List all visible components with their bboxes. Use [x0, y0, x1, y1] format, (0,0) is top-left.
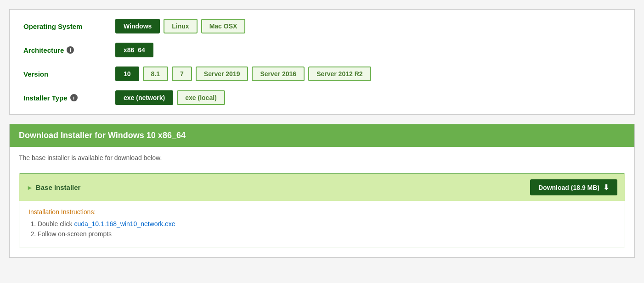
installation-steps: Double click cuda_10.1.168_win10_network…: [38, 220, 616, 238]
download-button[interactable]: Download (18.9 MB) ⬇: [530, 179, 617, 195]
version-btn-server2019[interactable]: Server 2019: [196, 67, 249, 81]
architecture-label: Architecture i: [23, 46, 115, 54]
download-section: Download Installer for Windows 10 x86_64…: [9, 124, 635, 258]
step-2: Follow on-screen prompts: [38, 230, 616, 238]
installer-box: ► Base Installer Download (18.9 MB) ⬇ In…: [19, 173, 625, 248]
download-header: Download Installer for Windows 10 x86_64: [10, 124, 634, 147]
version-btn-server2012r2[interactable]: Server 2012 R2: [308, 67, 371, 81]
top-panel: Operating System Windows Linux Mac OSX A…: [9, 9, 635, 115]
download-subtitle: The base installer is available for down…: [10, 147, 634, 169]
version-btn-10[interactable]: 10: [115, 67, 139, 81]
installer-header: ► Base Installer Download (18.9 MB) ⬇: [19, 174, 625, 201]
version-btn-server2016[interactable]: Server 2016: [252, 67, 305, 81]
download-icon: ⬇: [603, 183, 609, 192]
version-row: Version 10 8.1 7 Server 2019 Server 2016…: [23, 67, 621, 81]
installer-btn-local[interactable]: exe (local): [177, 90, 225, 105]
chevron-right-icon: ►: [27, 184, 33, 191]
architecture-info-icon[interactable]: i: [67, 46, 74, 54]
os-row: Operating System Windows Linux Mac OSX: [23, 19, 621, 33]
installer-btn-network[interactable]: exe (network): [115, 90, 173, 105]
os-label: Operating System: [23, 22, 115, 30]
instructions-title: Installation Instructions:: [28, 208, 616, 216]
os-btn-macosx[interactable]: Mac OSX: [201, 19, 246, 33]
arch-btn-x86_64[interactable]: x86_64: [115, 43, 153, 57]
installer-type-btn-group: exe (network) exe (local): [115, 90, 225, 105]
step-1: Double click cuda_10.1.168_win10_network…: [38, 220, 616, 228]
os-btn-windows[interactable]: Windows: [115, 19, 160, 33]
os-btn-linux[interactable]: Linux: [164, 19, 197, 33]
installer-type-row: Installer Type i exe (network) exe (loca…: [23, 90, 621, 105]
version-btn-group: 10 8.1 7 Server 2019 Server 2016 Server …: [115, 67, 371, 81]
architecture-row: Architecture i x86_64: [23, 43, 621, 57]
architecture-btn-group: x86_64: [115, 43, 153, 57]
installer-type-info-icon[interactable]: i: [70, 94, 78, 101]
os-btn-group: Windows Linux Mac OSX: [115, 19, 245, 33]
installer-type-label: Installer Type i: [23, 94, 115, 102]
installer-content: Installation Instructions: Double click …: [19, 201, 625, 248]
version-label: Version: [23, 70, 115, 78]
installer-title: ► Base Installer: [27, 183, 80, 191]
version-btn-7[interactable]: 7: [172, 67, 192, 81]
installer-link[interactable]: cuda_10.1.168_win10_network.exe: [74, 220, 175, 228]
version-btn-8_1[interactable]: 8.1: [143, 67, 168, 81]
